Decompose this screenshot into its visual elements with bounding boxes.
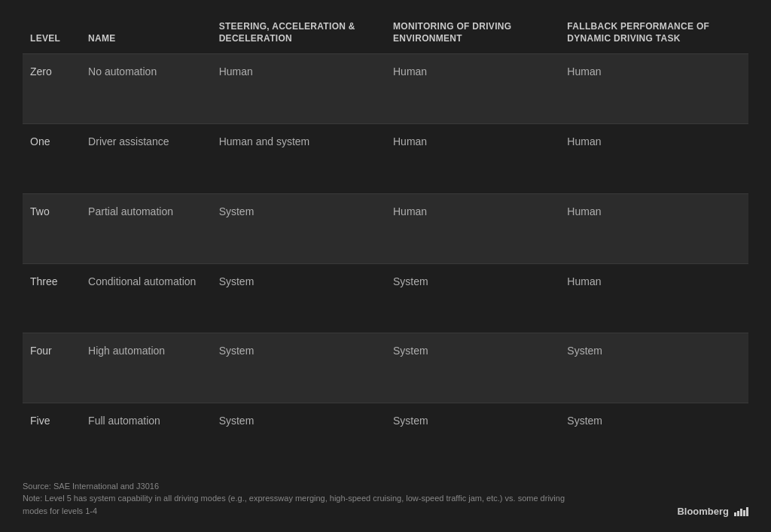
main-container: LEVEL NAME STEERING, ACCELERATION & DECE… [0,0,771,532]
table-row: OneDriver assistanceHuman and systemHuma… [23,123,748,193]
bloomberg-brand: Bloomberg [677,506,729,517]
header-name: NAME [81,15,212,54]
cell-monitoring: System [386,263,559,333]
cell-steering: Human and system [212,123,386,193]
cell-monitoring: Human [386,54,559,124]
cell-monitoring: System [386,403,559,473]
cell-name: Driver assistance [81,123,212,193]
header-level: LEVEL [23,15,81,54]
table-row: FiveFull automationSystemSystemSystem [23,403,748,473]
footer: Source: SAE International and J3016 Note… [23,480,748,518]
cell-level: Two [23,193,81,263]
automation-table: LEVEL NAME STEERING, ACCELERATION & DECE… [23,15,748,473]
bloomberg-logo: Bloomberg [677,506,748,517]
cell-monitoring: Human [386,123,559,193]
header-fallback: FALLBACK PERFORMANCE OF DYNAMIC DRIVING … [559,15,748,54]
cell-fallback: Human [559,123,748,193]
table-body: ZeroNo automationHumanHumanHumanOneDrive… [23,54,748,473]
footer-text: Source: SAE International and J3016 Note… [23,480,565,518]
cell-level: Five [23,403,81,473]
cell-fallback: Human [559,54,748,124]
cell-monitoring: System [386,333,559,403]
bloomberg-icon [734,507,748,516]
cell-monitoring: Human [386,193,559,263]
source-line: Source: SAE International and J3016 [23,480,565,493]
cell-level: Four [23,333,81,403]
cell-steering: System [212,193,386,263]
cell-name: High automation [81,333,212,403]
table-header-row: LEVEL NAME STEERING, ACCELERATION & DECE… [23,15,748,54]
cell-level: Three [23,263,81,333]
cell-fallback: System [559,403,748,473]
cell-name: Partial automation [81,193,212,263]
table-row: ZeroNo automationHumanHumanHuman [23,54,748,124]
cell-fallback: Human [559,193,748,263]
header-steering: STEERING, ACCELERATION & DECELERATION [212,15,386,54]
cell-steering: Human [212,54,386,124]
cell-fallback: System [559,333,748,403]
table-row: TwoPartial automationSystemHumanHuman [23,193,748,263]
cell-name: Conditional automation [81,263,212,333]
table-row: ThreeConditional automationSystemSystemH… [23,263,748,333]
cell-level: One [23,123,81,193]
cell-name: No automation [81,54,212,124]
table-row: FourHigh automationSystemSystemSystem [23,333,748,403]
header-monitoring: MONITORING OF DRIVING ENVIRONMENT [386,15,559,54]
cell-steering: System [212,263,386,333]
cell-name: Full automation [81,403,212,473]
cell-steering: System [212,403,386,473]
cell-fallback: Human [559,263,748,333]
cell-steering: System [212,333,386,403]
cell-level: Zero [23,54,81,124]
note-line: Note: Level 5 has system capability in a… [23,492,565,517]
